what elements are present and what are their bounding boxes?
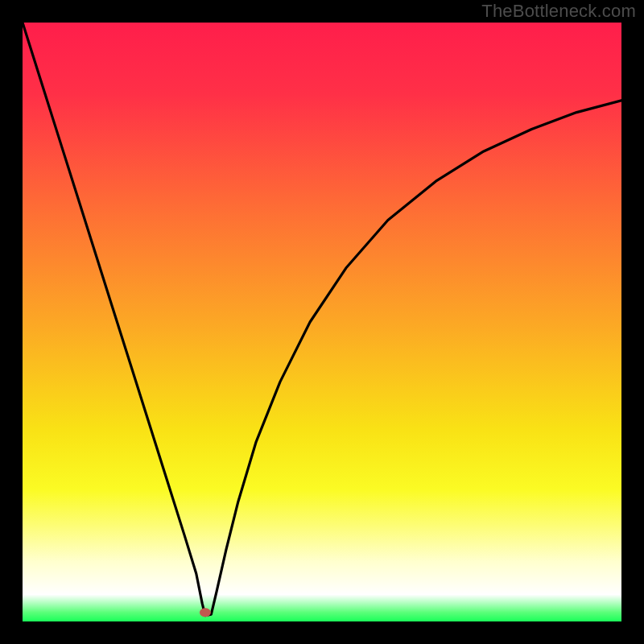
plot-area	[23, 23, 621, 621]
curve-layer	[23, 23, 621, 621]
chart-frame: TheBottleneck.com	[0, 0, 644, 644]
watermark-text: TheBottleneck.com	[481, 1, 636, 22]
